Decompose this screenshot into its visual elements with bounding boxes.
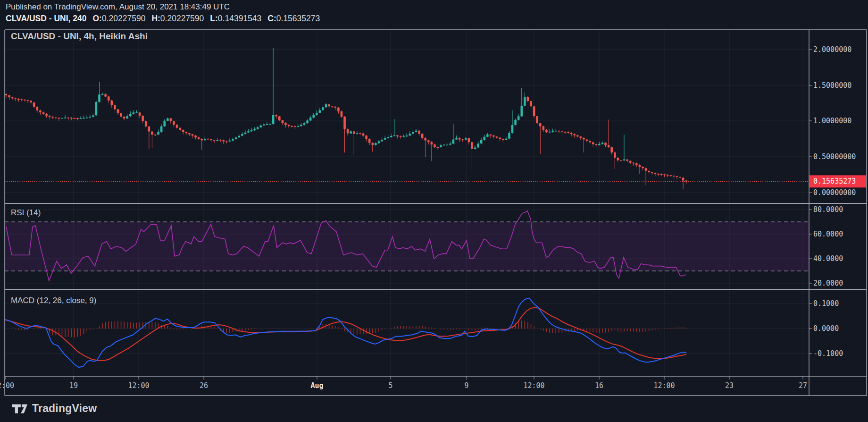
open-label: O: <box>92 14 101 23</box>
tradingview-logo[interactable]: TradingView <box>12 402 97 415</box>
close-label: C: <box>267 14 276 23</box>
published-line: Published on TradingView.com, August 20,… <box>6 2 320 12</box>
svg-text:5: 5 <box>388 381 392 390</box>
svg-text:0.00000000: 0.00000000 <box>813 188 856 197</box>
svg-text:23: 23 <box>725 381 734 390</box>
time-axis-labels: 2:001912:0026Aug5912:001612:002327 <box>0 376 807 390</box>
tradingview-logo-text: TradingView <box>32 402 97 415</box>
price-pane-candles <box>5 48 687 189</box>
tradingview-logo-icon <box>12 404 28 414</box>
high-label: H: <box>151 14 160 23</box>
tradingview-published-snapshot: Published on TradingView.com, August 20,… <box>0 0 868 422</box>
svg-text:60.0000: 60.0000 <box>813 230 843 238</box>
svg-text:0.1000: 0.1000 <box>813 299 839 308</box>
chart-canvas: 2.00000001.50000001.00000000.500000000.0… <box>0 0 868 422</box>
open-value: 0.20227590 <box>102 14 145 23</box>
last-price-tag: 0.15635273 <box>810 175 866 187</box>
svg-text:27: 27 <box>799 381 807 390</box>
macd-line <box>5 298 686 367</box>
svg-text:1.0000000: 1.0000000 <box>813 117 851 125</box>
pane-title-price: CLVA/USD - UNI, 4h, Heikin Ashi <box>11 31 148 42</box>
low-label: L: <box>210 14 218 23</box>
macd-signal-line <box>5 308 686 361</box>
svg-text:12:00: 12:00 <box>128 381 149 390</box>
symbol-ohlc-row: CLVA/USD - UNI, 240O:0.20227590H:0.20227… <box>6 14 320 24</box>
svg-text:0.0000: 0.0000 <box>813 324 839 333</box>
close-value: 0.15635273 <box>276 14 320 23</box>
svg-text:26: 26 <box>200 381 208 390</box>
snapshot-header: Published on TradingView.com, August 20,… <box>6 2 320 24</box>
svg-text:20.0000: 20.0000 <box>813 279 843 287</box>
svg-text:0.50000000: 0.50000000 <box>813 152 856 161</box>
svg-text:12:00: 12:00 <box>523 381 544 390</box>
svg-text:Aug: Aug <box>310 381 323 390</box>
price-axis-labels: 2.00000001.50000001.00000000.500000000.0… <box>809 45 856 358</box>
svg-text:1.5000000: 1.5000000 <box>813 81 851 90</box>
low-value: 0.14391543 <box>218 14 261 23</box>
pane-frames <box>5 30 867 396</box>
svg-text:40.0000: 40.0000 <box>813 254 843 263</box>
symbol-name: CLVA/USD - UNI, 240 <box>6 14 86 23</box>
svg-text:80.0000: 80.0000 <box>813 205 843 214</box>
pane-title-rsi: RSI (14) <box>11 208 41 218</box>
svg-text:12:00: 12:00 <box>653 381 675 390</box>
svg-text:9: 9 <box>464 381 468 390</box>
svg-text:2:00: 2:00 <box>0 381 14 390</box>
svg-text:2.0000000: 2.0000000 <box>813 45 851 54</box>
pane-title-macd: MACD (12, 26, close, 9) <box>11 296 96 305</box>
svg-text:-0.1000: -0.1000 <box>813 349 843 358</box>
high-value: 0.20227590 <box>160 14 204 23</box>
svg-text:16: 16 <box>595 381 603 390</box>
rsi-band <box>5 222 809 271</box>
svg-text:0.15635273: 0.15635273 <box>813 177 856 186</box>
svg-text:19: 19 <box>69 381 78 390</box>
